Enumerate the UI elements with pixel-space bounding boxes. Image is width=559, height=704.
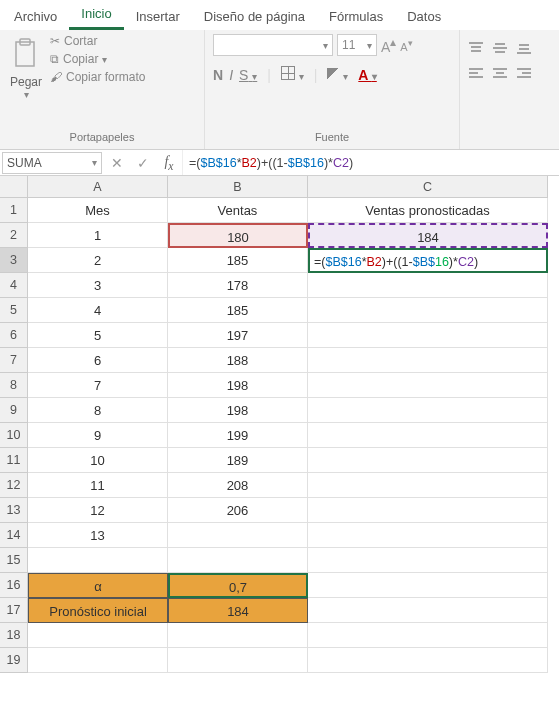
align-middle-button[interactable] [492,42,508,57]
cell-B3[interactable]: 185 [168,248,308,273]
row-header-3[interactable]: 3 [0,248,28,273]
row-header-2[interactable]: 2 [0,223,28,248]
cell-B5[interactable]: 185 [168,298,308,323]
cell-A16[interactable]: α [28,573,168,598]
cell-C5[interactable] [308,298,548,323]
cell-B19[interactable] [168,648,308,673]
cell-A6[interactable]: 5 [28,323,168,348]
cell-C16[interactable] [308,573,548,598]
cell-C2[interactable]: 184 [308,223,548,248]
cell-A17[interactable]: Pronóstico inicial [28,598,168,623]
cell-C12[interactable] [308,473,548,498]
row-header-11[interactable]: 11 [0,448,28,473]
bold-button[interactable]: N [213,67,223,83]
spreadsheet-grid[interactable]: ABC 12345678910111213141516171819 MesVen… [0,176,559,673]
cancel-formula-button[interactable]: ✕ [104,155,130,171]
row-header-4[interactable]: 4 [0,273,28,298]
cell-A4[interactable]: 3 [28,273,168,298]
cell-C3[interactable]: =($B$16*B2)+((1-$B$16)*C2) [308,248,548,273]
row-header-1[interactable]: 1 [0,198,28,223]
row-header-19[interactable]: 19 [0,648,28,673]
row-header-15[interactable]: 15 [0,548,28,573]
cell-C19[interactable] [308,648,548,673]
cell-B10[interactable]: 199 [168,423,308,448]
cell-C17[interactable] [308,598,548,623]
row-header-6[interactable]: 6 [0,323,28,348]
cell-C13[interactable] [308,498,548,523]
increase-font-button[interactable]: A▴ [381,35,396,55]
cell-C4[interactable] [308,273,548,298]
italic-button[interactable]: I [229,67,233,83]
cell-B7[interactable]: 188 [168,348,308,373]
column-header-A[interactable]: A [28,176,168,198]
cell-A3[interactable]: 2 [28,248,168,273]
cell-B4[interactable]: 178 [168,273,308,298]
row-header-16[interactable]: 16 [0,573,28,598]
cell-B18[interactable] [168,623,308,648]
cell-A15[interactable] [28,548,168,573]
cell-A5[interactable]: 4 [28,298,168,323]
decrease-font-button[interactable]: A▾ [400,37,412,53]
format-painter-button[interactable]: 🖌Copiar formato [50,70,145,84]
cell-A18[interactable] [28,623,168,648]
row-header-14[interactable]: 14 [0,523,28,548]
cell-A14[interactable]: 13 [28,523,168,548]
row-header-13[interactable]: 13 [0,498,28,523]
row-header-12[interactable]: 12 [0,473,28,498]
fill-color-button[interactable]: ▾ [327,67,348,83]
cell-B16[interactable]: 0,7 [168,573,308,598]
accept-formula-button[interactable]: ✓ [130,155,156,171]
borders-button[interactable]: ▾ [281,66,304,83]
tab-inicio[interactable]: Inicio [69,0,123,30]
cell-B1[interactable]: Ventas [168,198,308,223]
paste-button[interactable]: Pegar ▾ [8,34,44,104]
cell-A8[interactable]: 7 [28,373,168,398]
tab-fórmulas[interactable]: Fórmulas [317,3,395,30]
tab-datos[interactable]: Datos [395,3,453,30]
row-header-10[interactable]: 10 [0,423,28,448]
cell-C18[interactable] [308,623,548,648]
tab-insertar[interactable]: Insertar [124,3,192,30]
cell-B12[interactable]: 208 [168,473,308,498]
cell-C15[interactable] [308,548,548,573]
cell-B2[interactable]: 180 [168,223,308,248]
fx-button[interactable]: fx [156,153,182,173]
cell-A11[interactable]: 10 [28,448,168,473]
cell-C8[interactable] [308,373,548,398]
cell-A19[interactable] [28,648,168,673]
align-bottom-button[interactable] [516,42,532,57]
row-header-17[interactable]: 17 [0,598,28,623]
cell-A9[interactable]: 8 [28,398,168,423]
cell-A2[interactable]: 1 [28,223,168,248]
cell-B8[interactable]: 198 [168,373,308,398]
cell-B14[interactable] [168,523,308,548]
font-family-combo[interactable]: ▾ [213,34,333,56]
cell-A12[interactable]: 11 [28,473,168,498]
column-header-C[interactable]: C [308,176,548,198]
cell-B17[interactable]: 184 [168,598,308,623]
cell-B6[interactable]: 197 [168,323,308,348]
cell-B9[interactable]: 198 [168,398,308,423]
tab-archivo[interactable]: Archivo [2,3,69,30]
cut-button[interactable]: ✂Cortar [50,34,145,48]
align-center-button[interactable] [492,67,508,82]
align-right-button[interactable] [516,67,532,82]
copy-button[interactable]: ⧉Copiar ▾ [50,52,145,66]
font-color-button[interactable]: A ▾ [358,67,376,83]
row-header-9[interactable]: 9 [0,398,28,423]
column-header-B[interactable]: B [168,176,308,198]
cell-B13[interactable]: 206 [168,498,308,523]
row-header-7[interactable]: 7 [0,348,28,373]
cell-C11[interactable] [308,448,548,473]
cell-A1[interactable]: Mes [28,198,168,223]
row-header-5[interactable]: 5 [0,298,28,323]
cell-A7[interactable]: 6 [28,348,168,373]
select-all-corner[interactable] [0,176,28,198]
font-size-combo[interactable]: 11▾ [337,34,377,56]
cell-C6[interactable] [308,323,548,348]
align-left-button[interactable] [468,67,484,82]
cell-A13[interactable]: 12 [28,498,168,523]
align-top-button[interactable] [468,42,484,57]
name-box[interactable]: SUMA▾ [2,152,102,174]
cell-C7[interactable] [308,348,548,373]
